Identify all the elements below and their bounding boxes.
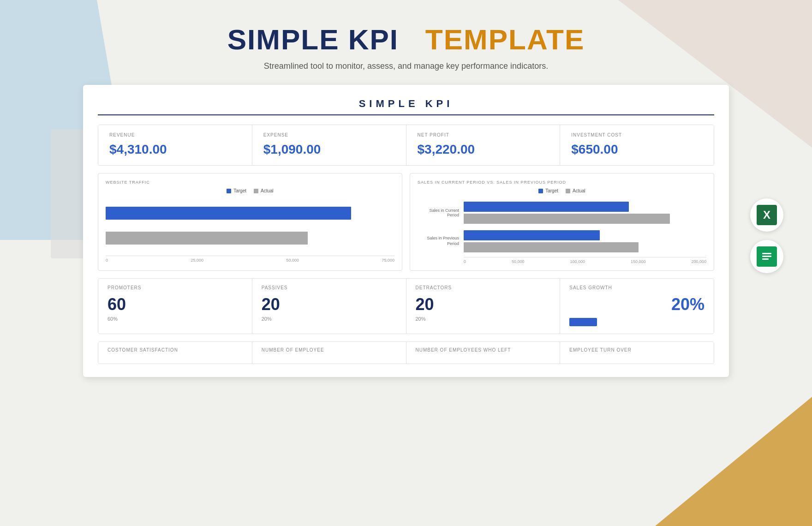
- nps-label-detractors: DETRACTORS: [416, 285, 551, 290]
- kpi-label-netprofit: NET PROFIT: [418, 132, 549, 137]
- bottom-card-satisfaction: COSTOMER SATISFACTION: [98, 342, 252, 364]
- nps-value-promoters: 60: [107, 295, 243, 314]
- sales-bar-current-target: [464, 202, 629, 212]
- page-title: SIMPLE KPI TEMPLATE: [227, 23, 585, 56]
- kpi-label-expense: EXPENSE: [263, 132, 395, 137]
- bottom-label-num-employee: NUMBER OF EMPLOYEE: [262, 347, 397, 353]
- kpi-card-netprofit: NET PROFIT $3,220.00: [406, 125, 561, 165]
- sales-row-previous-label: Sales in Previous Period: [418, 236, 464, 246]
- traffic-bar-target: [106, 207, 351, 220]
- excel-icon: X: [757, 205, 777, 225]
- nps-pct-detractors: 20%: [416, 316, 551, 322]
- bottom-row: COSTOMER SATISFACTION NUMBER OF EMPLOYEE…: [98, 341, 714, 364]
- kpi-label-revenue: REVENUE: [109, 132, 241, 137]
- svg-rect-0: [762, 253, 771, 254]
- dashboard-title: SIMPLE KPI: [98, 98, 714, 115]
- kpi-top-row: REVENUE $4,310.00 EXPENSE $1,090.00 NET …: [98, 125, 714, 166]
- kpi-card-expense: EXPENSE $1,090.00: [252, 125, 406, 165]
- sales-bars-current: [464, 202, 706, 224]
- bottom-card-turnover: EMPLOYEE TURN OVER: [560, 342, 714, 364]
- svg-rect-2: [762, 258, 769, 260]
- bottom-card-employees-left: NUMBER OF EMPLOYEES WHO LEFT: [406, 342, 561, 364]
- bottom-label-satisfaction: COSTOMER SATISFACTION: [107, 347, 243, 353]
- sales-legend-actual-dot: [566, 189, 570, 193]
- traffic-bar-chart: 025,00050,00075,000: [106, 198, 394, 263]
- sales-bars-container: Sales in Current Period Sales in Previou…: [418, 198, 706, 264]
- nps-card-promoters: PROMOTERS 60 60%: [98, 279, 252, 334]
- legend-actual-label: Actual: [261, 188, 274, 193]
- bg-shape-bottom-right: [655, 397, 812, 526]
- traffic-bar-actual: [106, 232, 308, 245]
- sales-legend-target-label: Target: [545, 188, 558, 193]
- website-traffic-title: WEBSITE TRAFFIC: [106, 180, 394, 185]
- nps-label-promoters: PROMOTERS: [107, 285, 243, 290]
- nps-bar-container: [569, 318, 705, 326]
- sales-row-current: Sales in Current Period: [418, 202, 706, 224]
- sheets-icon-button[interactable]: [750, 240, 783, 273]
- kpi-value-netprofit: $3,220.00: [418, 142, 549, 157]
- nps-value-salesgrowth: 20%: [569, 295, 705, 314]
- dashboard-card: SIMPLE KPI REVENUE $4,310.00 EXPENSE $1,…: [83, 85, 729, 377]
- kpi-value-investment: $650.00: [571, 142, 703, 157]
- nps-label-passives: PASSIVES: [262, 285, 397, 290]
- sales-row-current-label: Sales in Current Period: [418, 208, 464, 217]
- website-traffic-panel: WEBSITE TRAFFIC Target Actual: [98, 173, 402, 271]
- legend-target-label: Target: [233, 188, 246, 193]
- sales-legend-target-dot: [538, 189, 543, 193]
- bottom-card-num-employee: NUMBER OF EMPLOYEE: [252, 342, 406, 364]
- nps-label-salesgrowth: SALES GROWTH: [569, 285, 705, 290]
- legend-actual: Actual: [254, 188, 274, 193]
- kpi-value-revenue: $4,310.00: [109, 142, 241, 157]
- kpi-value-expense: $1,090.00: [263, 142, 395, 157]
- sales-chart-panel: SALES IN CURRENT PERIOD VS. SALES IN PRE…: [410, 173, 714, 271]
- kpi-label-investment: INVESTMENT COST: [571, 132, 703, 137]
- nps-row: PROMOTERS 60 60% PASSIVES 20 20% DETRACT…: [98, 278, 714, 334]
- kpi-card-investment: INVESTMENT COST $650.00: [560, 125, 714, 165]
- sales-axis: 050,000100,000150,000200,000: [464, 257, 706, 264]
- nps-card-detractors: DETRACTORS 20 20%: [406, 279, 561, 334]
- nps-value-passives: 20: [262, 295, 397, 314]
- legend-target-dot: [227, 189, 231, 193]
- sheets-icon: [757, 246, 777, 267]
- page-subtitle: Streamlined tool to monitor, assess, and…: [264, 61, 548, 71]
- nps-value-detractors: 20: [416, 295, 551, 314]
- bottom-label-turnover: EMPLOYEE TURN OVER: [569, 347, 705, 353]
- nps-card-passives: PASSIVES 20 20%: [252, 279, 406, 334]
- excel-icon-button[interactable]: X: [750, 198, 783, 232]
- sales-legend-actual-label: Actual: [573, 188, 585, 193]
- sales-bars-previous: [464, 230, 706, 252]
- nps-pct-promoters: 60%: [107, 316, 243, 322]
- legend-actual-dot: [254, 189, 258, 193]
- traffic-legend: Target Actual: [106, 188, 394, 193]
- sales-bar-previous-actual: [464, 242, 639, 252]
- nps-pct-passives: 20%: [262, 316, 397, 322]
- sales-row-previous: Sales in Previous Period: [418, 230, 706, 252]
- sales-bar-current-actual: [464, 214, 670, 224]
- bottom-label-employees-left: NUMBER OF EMPLOYEES WHO LEFT: [416, 347, 551, 353]
- nps-card-salesgrowth: SALES GROWTH 20%: [560, 279, 714, 334]
- sales-bar-previous-target: [464, 230, 600, 240]
- kpi-card-revenue: REVENUE $4,310.00: [98, 125, 252, 165]
- charts-row: WEBSITE TRAFFIC Target Actual: [98, 173, 714, 271]
- sales-legend-actual: Actual: [566, 188, 585, 193]
- traffic-axis: 025,00050,00075,000: [106, 256, 394, 263]
- sales-legend-target: Target: [538, 188, 558, 193]
- svg-rect-1: [762, 256, 771, 257]
- legend-target: Target: [227, 188, 246, 193]
- sales-chart-title: SALES IN CURRENT PERIOD VS. SALES IN PRE…: [418, 180, 706, 185]
- sales-legend: Target Actual: [418, 188, 706, 193]
- nps-bar-salesgrowth: [569, 318, 597, 326]
